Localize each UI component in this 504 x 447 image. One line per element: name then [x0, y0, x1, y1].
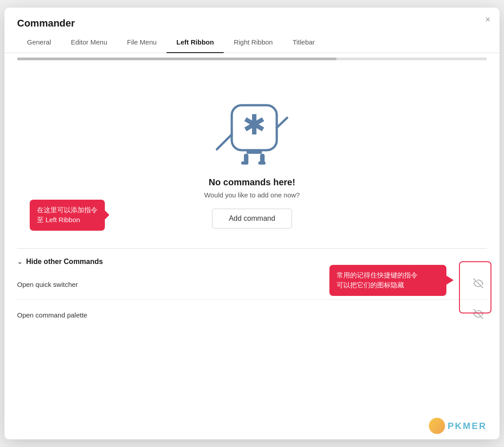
close-button[interactable]: × [485, 15, 490, 24]
tabs-bar: General Editor Menu File Menu Left Ribbo… [4, 34, 500, 53]
app-title: Commander [17, 18, 75, 29]
tooltip-line2: 至 Left Ribbon [37, 216, 80, 224]
robot-mascot: ✱ [212, 83, 292, 173]
svg-rect-4 [247, 150, 262, 154]
svg-line-2 [217, 134, 232, 149]
hide-commands-section: ⌄ Hide other Commands Open quick switche… [17, 249, 487, 330]
no-commands-subtitle: Would you like to add one now? [204, 191, 300, 199]
tab-titlebar[interactable]: Titlebar [283, 34, 324, 53]
section-header[interactable]: ⌄ Hide other Commands [17, 258, 487, 266]
tab-general[interactable]: General [17, 34, 61, 53]
main-content: ✱ No commands here! Would you like to ad… [4, 60, 500, 330]
title-bar: Commander × [4, 8, 500, 34]
hide-icon-command-palette[interactable] [470, 307, 487, 323]
pkmer-logo: PKMER [429, 418, 487, 434]
app-window: Commander × General Editor Menu File Men… [4, 8, 500, 439]
progress-bar-container [4, 53, 500, 60]
section-title: Hide other Commands [26, 258, 103, 266]
tab-file-menu[interactable]: File Menu [117, 34, 166, 53]
tooltip-right-line2: 可以把它们的图标隐藏 [337, 281, 404, 289]
pkmer-text: PKMER [448, 421, 487, 431]
command-row-command-palette: Open command palette [17, 300, 487, 330]
command-label-command-palette: Open command palette [17, 311, 87, 319]
tab-editor-menu[interactable]: Editor Menu [61, 34, 117, 53]
chevron-icon: ⌄ [17, 258, 22, 265]
hide-icon-quick-switcher[interactable] [470, 277, 487, 292]
tooltip-hide-commands: 常用的记得住快捷键的指令 可以把它们的图标隐藏 [329, 265, 446, 296]
svg-rect-8 [258, 161, 266, 165]
svg-line-3 [277, 118, 287, 128]
empty-state: ✱ No commands here! Would you like to ad… [17, 69, 487, 237]
add-command-button[interactable]: Add command [212, 209, 292, 228]
no-commands-title: No commands here! [209, 177, 295, 188]
tooltip-right-line1: 常用的记得住快捷键的指令 [337, 271, 418, 279]
tab-left-ribbon[interactable]: Left Ribbon [166, 34, 224, 53]
tooltip-line1: 在这里可以添加指令 [37, 206, 98, 214]
tab-right-ribbon[interactable]: Right Ribbon [224, 34, 283, 53]
pkmer-icon [429, 418, 445, 434]
svg-text:✱: ✱ [243, 110, 266, 140]
command-label-quick-switcher: Open quick switcher [17, 281, 78, 288]
tooltip-add-command: 在这里可以添加指令 至 Left Ribbon [30, 200, 105, 231]
svg-rect-7 [241, 161, 248, 165]
